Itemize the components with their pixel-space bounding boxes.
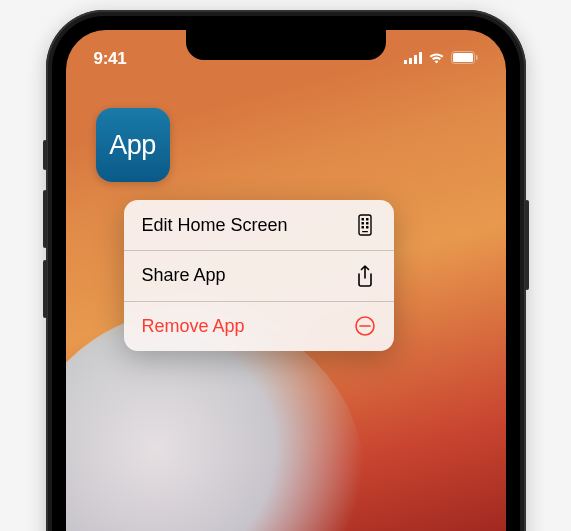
app-icon[interactable]: App	[96, 108, 170, 182]
volume-up-button	[43, 190, 47, 248]
svg-rect-5	[453, 53, 473, 62]
volume-down-button	[43, 260, 47, 318]
svg-rect-10	[361, 222, 364, 225]
menu-item-label: Edit Home Screen	[142, 215, 288, 236]
svg-rect-14	[362, 231, 368, 232]
cellular-signal-icon	[404, 50, 422, 68]
battery-icon	[451, 50, 478, 68]
phone-bezel: 9:41	[52, 16, 520, 531]
menu-item-share-app[interactable]: Share App	[124, 251, 394, 301]
remove-icon	[354, 315, 376, 337]
screen: 9:41	[66, 30, 506, 531]
silent-switch	[43, 140, 47, 170]
svg-rect-2	[414, 55, 417, 64]
menu-item-edit-home-screen[interactable]: Edit Home Screen	[124, 200, 394, 250]
svg-rect-3	[419, 52, 422, 64]
svg-rect-1	[409, 58, 412, 64]
home-screen-icon	[354, 214, 376, 236]
menu-item-label: Remove App	[142, 316, 245, 337]
svg-rect-0	[404, 60, 407, 64]
wifi-icon	[428, 50, 445, 68]
phone-frame: 9:41	[46, 10, 526, 531]
context-menu: Edit Home Screen	[124, 200, 394, 351]
app-icon-label: App	[109, 130, 156, 161]
share-icon	[354, 265, 376, 287]
status-icons	[404, 50, 478, 68]
menu-item-label: Share App	[142, 265, 226, 286]
power-button	[525, 200, 529, 290]
menu-item-remove-app[interactable]: Remove App	[124, 301, 394, 351]
svg-rect-12	[361, 226, 364, 229]
svg-rect-8	[361, 218, 364, 221]
status-time: 9:41	[94, 49, 127, 69]
svg-rect-9	[366, 218, 369, 221]
svg-rect-6	[476, 55, 478, 60]
notch	[186, 30, 386, 60]
svg-rect-13	[366, 226, 369, 229]
svg-rect-11	[366, 222, 369, 225]
